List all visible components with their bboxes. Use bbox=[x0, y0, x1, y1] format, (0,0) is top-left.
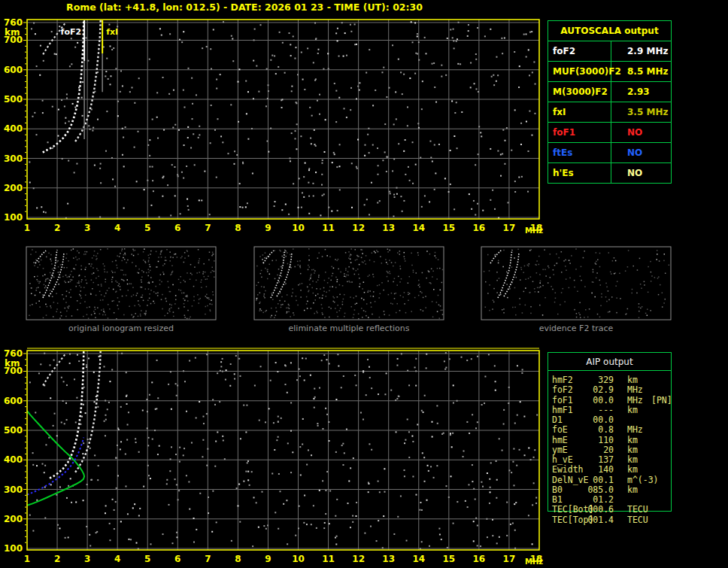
svg-text:11: 11 bbox=[322, 223, 335, 233]
aip-param-name: ymE bbox=[552, 445, 568, 455]
aip-row-TECBot: TEC[Bot]000.6TECU bbox=[548, 505, 683, 515]
trace-F2-echo-o-mode bbox=[50, 351, 83, 478]
aip-table-header: AIP output bbox=[548, 353, 671, 371]
svg-text:13: 13 bbox=[382, 223, 395, 233]
autoscala-app-window: Rome (lat: +41.8, lon: 012.5) - DATE: 20… bbox=[0, 0, 728, 568]
aip-row-foE: foE0.8MHz bbox=[548, 425, 683, 435]
svg-text:13: 13 bbox=[382, 554, 395, 564]
aip-param-name: foE bbox=[552, 425, 568, 435]
marker-fxI: fxI bbox=[102, 20, 118, 92]
svg-text:6: 6 bbox=[174, 223, 180, 233]
aip-output-table: AIP output hmF2329kmfoF202.9MHzfoF100.0M… bbox=[548, 0, 683, 568]
aip-param-value: 001.4 bbox=[569, 515, 614, 525]
svg-text:4: 4 bbox=[114, 554, 120, 564]
marker-label-foF2: foF2 bbox=[61, 27, 82, 37]
grid bbox=[27, 20, 539, 219]
svg-text:km: km bbox=[5, 358, 20, 369]
aip-param-name: D1 bbox=[552, 415, 563, 425]
svg-text:200: 200 bbox=[4, 514, 23, 524]
svg-text:100: 100 bbox=[4, 212, 23, 223]
noise-layer bbox=[29, 21, 535, 219]
svg-text:4: 4 bbox=[114, 223, 120, 233]
trace-F2-echo-x-mode bbox=[75, 351, 101, 472]
svg-text:16: 16 bbox=[473, 223, 486, 233]
aip-param-value: 00.0 bbox=[569, 415, 614, 425]
aip-param-unit: km bbox=[627, 465, 638, 475]
svg-text:2: 2 bbox=[54, 554, 60, 564]
aip-param-value: 110 bbox=[569, 436, 614, 445]
svg-text:MHz: MHz bbox=[525, 226, 543, 235]
svg-text:10: 10 bbox=[292, 223, 305, 233]
svg-text:12: 12 bbox=[352, 223, 365, 233]
plot-border bbox=[27, 351, 539, 550]
aip-param-value: 329 bbox=[569, 375, 614, 385]
aip-param-value: 01.2 bbox=[569, 495, 614, 505]
aip-param-value: 085.0 bbox=[569, 485, 614, 495]
aip-param-unit: MHz bbox=[627, 425, 643, 435]
svg-text:600: 600 bbox=[4, 396, 23, 406]
aip-param-name: B1 bbox=[552, 495, 563, 505]
aip-param-value: 000.6 bbox=[569, 505, 614, 515]
y-axis-ticks bbox=[23, 23, 26, 211]
aip-row-hvE: h_vE137km bbox=[548, 455, 683, 465]
aip-param-value: 20 bbox=[569, 445, 614, 455]
svg-text:11: 11 bbox=[322, 554, 335, 564]
aip-param-name: hmE bbox=[552, 436, 568, 445]
trace-restored-trace bbox=[27, 437, 83, 494]
aip-param-value: 00.0 bbox=[569, 396, 614, 405]
svg-text:15: 15 bbox=[442, 554, 455, 564]
svg-text:MHz: MHz bbox=[525, 557, 543, 566]
svg-text:7: 7 bbox=[205, 554, 211, 564]
aip-row-ymE: ymE20km bbox=[548, 445, 683, 455]
svg-text:1: 1 bbox=[24, 223, 30, 233]
aip-param-unit: km bbox=[627, 375, 638, 385]
aip-param-value: 140 bbox=[569, 465, 614, 475]
svg-text:300: 300 bbox=[4, 153, 23, 164]
aip-param-name: B0 bbox=[552, 485, 563, 495]
svg-text:2: 2 bbox=[54, 223, 60, 233]
aip-row-foF2: foF202.9MHz bbox=[548, 385, 683, 395]
aip-param-unit: km bbox=[627, 455, 638, 465]
svg-text:7: 7 bbox=[205, 223, 211, 233]
aip-param-unit: m^(-3) bbox=[627, 475, 659, 485]
svg-text:15: 15 bbox=[442, 223, 455, 233]
noise-layer bbox=[29, 352, 538, 549]
aip-param-unit: TECU bbox=[627, 505, 648, 515]
aip-param-unit: MHz bbox=[627, 385, 643, 395]
aip-param-unit: km bbox=[627, 436, 638, 445]
aip-param-value: 137 bbox=[569, 455, 614, 465]
aip-param-value: 00.1 bbox=[569, 475, 614, 485]
svg-text:200: 200 bbox=[4, 183, 23, 193]
aip-row-Ewidth: Ewidth140km bbox=[548, 465, 683, 475]
aip-param-unit: km bbox=[627, 405, 638, 415]
svg-text:500: 500 bbox=[4, 425, 23, 436]
svg-text:3: 3 bbox=[84, 223, 90, 233]
thumbnail-0 bbox=[26, 247, 216, 320]
trace-second-hop-echo bbox=[43, 354, 65, 385]
aip-param-extra: [PN] bbox=[651, 396, 672, 405]
plot-border bbox=[27, 20, 539, 219]
aip-param-value: --- bbox=[569, 405, 614, 415]
marker-label-fxI: fxI bbox=[106, 27, 118, 37]
svg-text:760: 760 bbox=[4, 348, 23, 359]
svg-text:3: 3 bbox=[84, 554, 90, 564]
aip-param-value: 02.9 bbox=[569, 385, 614, 395]
aip-row-B1: B101.2 bbox=[548, 495, 683, 505]
svg-text:17: 17 bbox=[503, 223, 516, 233]
svg-text:9: 9 bbox=[265, 223, 271, 233]
svg-text:14: 14 bbox=[412, 554, 425, 564]
aip-param-unit: km bbox=[627, 445, 638, 455]
aip-param-unit: km bbox=[627, 485, 638, 495]
svg-text:100: 100 bbox=[4, 543, 23, 554]
svg-text:300: 300 bbox=[4, 484, 23, 495]
aip-row-hmF2: hmF2329km bbox=[548, 375, 683, 385]
svg-text:km: km bbox=[5, 27, 20, 38]
svg-text:760: 760 bbox=[4, 17, 23, 28]
svg-text:14: 14 bbox=[412, 223, 425, 233]
thumbnail-caption-original: original ionogram resized bbox=[26, 323, 216, 333]
aip-row-D1: D100.0 bbox=[548, 415, 683, 425]
aip-row-foF1: foF100.0MHz[PN] bbox=[548, 396, 683, 405]
svg-text:5: 5 bbox=[144, 223, 150, 233]
grid bbox=[27, 351, 539, 550]
svg-text:400: 400 bbox=[4, 123, 23, 134]
